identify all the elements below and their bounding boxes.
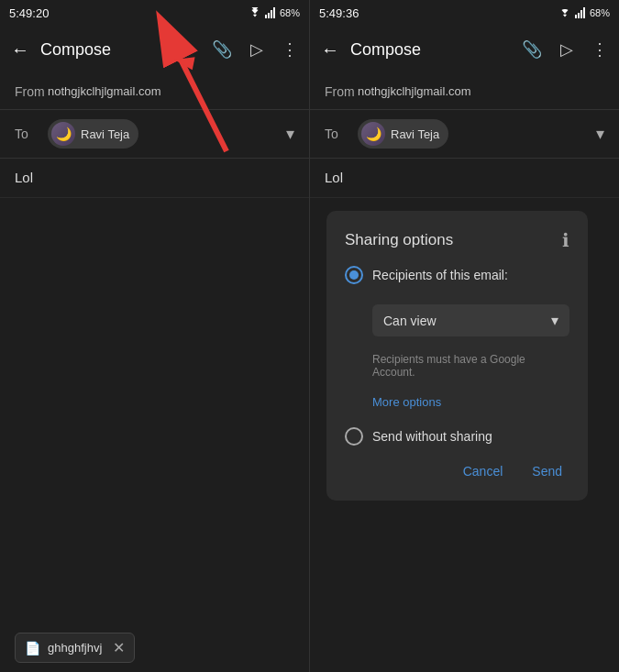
left-back-button[interactable]: ← <box>7 36 33 64</box>
radio-recipients-circle <box>345 266 363 284</box>
right-attach-icon[interactable]: 📎 <box>518 36 546 63</box>
left-recipient-chip[interactable]: 🌙 Ravi Teja <box>48 119 138 149</box>
right-compose-title: Compose <box>350 40 511 60</box>
right-avatar: 🌙 <box>361 122 385 146</box>
right-signal-icon <box>575 7 586 18</box>
hint-text: Recipients must have a Google Account. <box>372 353 569 379</box>
svg-rect-3 <box>273 7 275 18</box>
right-from-row: From nothgjkclhjlgmail.com <box>310 73 619 110</box>
svg-rect-10 <box>583 7 585 18</box>
left-from-label: From <box>15 84 48 99</box>
right-send-icon[interactable]: ▷ <box>557 36 577 63</box>
radio-group: Recipients of this email: Can view ▾ Rec… <box>345 266 569 446</box>
left-subject: Lol <box>15 170 33 185</box>
dialog-title: Sharing options <box>345 231 453 249</box>
signal-icon <box>265 7 276 18</box>
send-button[interactable]: Send <box>525 460 569 482</box>
left-from-email: nothgjkclhjlgmail.com <box>48 84 294 98</box>
right-top-bar: ← Compose 📎 ▷ ⋮ <box>310 26 619 73</box>
left-from-row: From nothgjkclhjlgmail.com <box>0 73 309 110</box>
left-recipient-name: Ravi Teja <box>81 127 129 141</box>
right-more-icon[interactable]: ⋮ <box>588 36 612 63</box>
right-from-label: From <box>325 84 358 99</box>
left-top-bar: ← Compose 📎 ▷ ⋮ <box>0 26 309 73</box>
right-time: 5:49:36 <box>319 6 359 20</box>
svg-rect-0 <box>265 15 267 18</box>
left-more-icon[interactable]: ⋮ <box>278 36 302 63</box>
left-to-label: To <box>15 127 48 141</box>
right-panel: 5:49:36 68% ← Compose 📎 ▷ ⋮ From noth <box>310 0 619 672</box>
dropdown-arrow-icon: ▾ <box>551 312 558 329</box>
wifi-icon <box>249 7 261 18</box>
left-attach-file-icon: 📄 <box>25 641 40 655</box>
right-battery: 68% <box>590 7 610 18</box>
right-subject: Lol <box>325 170 343 185</box>
right-top-icons: 📎 ▷ ⋮ <box>518 36 612 63</box>
left-compose-title: Compose <box>40 40 201 60</box>
left-attach-name: ghhghfjhvj <box>48 641 102 655</box>
svg-rect-7 <box>575 15 577 18</box>
right-recipient-chip[interactable]: 🌙 Ravi Teja <box>358 119 448 149</box>
left-expand-icon[interactable]: ▾ <box>286 124 294 144</box>
left-status-bar: 5:49:20 68% <box>0 0 309 26</box>
left-send-icon[interactable]: ▷ <box>247 36 267 63</box>
radio-recipients-label: Recipients of this email: <box>372 268 508 282</box>
left-to-row[interactable]: To 🌙 Ravi Teja ▾ <box>0 110 309 159</box>
dialog-footer: Cancel Send <box>345 460 569 482</box>
right-status-icons: 68% <box>558 7 610 18</box>
left-status-icons: 68% <box>249 7 300 18</box>
radio-option-no-sharing[interactable]: Send without sharing <box>345 427 569 446</box>
left-attachment-chip[interactable]: 📄 ghhghfjhvj ✕ <box>15 633 135 663</box>
right-from-email: nothgjkclhjlgmail.com <box>358 84 604 98</box>
svg-rect-1 <box>268 13 270 18</box>
more-options-link[interactable]: More options <box>372 395 569 409</box>
cancel-button[interactable]: Cancel <box>456 460 511 482</box>
left-body[interactable] <box>0 198 309 672</box>
radio-no-sharing-label: Send without sharing <box>372 429 492 444</box>
left-top-icons: 📎 ▷ ⋮ <box>208 36 302 63</box>
left-attachment-area: 📄 ghhghfjhvj ✕ <box>0 623 309 672</box>
right-to-label: To <box>325 127 358 141</box>
sharing-dropdown[interactable]: Can view ▾ <box>372 304 569 336</box>
left-battery: 68% <box>280 7 300 18</box>
dialog-header: Sharing options ℹ <box>345 229 569 251</box>
radio-no-sharing-circle <box>345 427 363 446</box>
left-subject-row[interactable]: Lol <box>0 159 309 198</box>
left-panel: 5:49:20 68% ← Compose 📎 ▷ ⋮ <box>0 0 310 672</box>
right-expand-icon[interactable]: ▾ <box>596 124 604 144</box>
svg-rect-2 <box>271 10 272 18</box>
left-avatar-img: 🌙 <box>51 122 75 146</box>
left-avatar: 🌙 <box>51 122 75 146</box>
right-status-bar: 5:49:36 68% <box>310 0 619 26</box>
radio-option-recipients[interactable]: Recipients of this email: <box>345 266 569 284</box>
left-attach-icon[interactable]: 📎 <box>208 36 236 63</box>
left-attach-close[interactable]: ✕ <box>113 639 125 656</box>
right-avatar-img: 🌙 <box>361 122 385 146</box>
right-back-button[interactable]: ← <box>317 36 343 64</box>
svg-rect-9 <box>580 10 582 18</box>
sharing-dialog: Sharing options ℹ Recipients of this ema… <box>326 211 588 501</box>
right-to-row[interactable]: To 🌙 Ravi Teja ▾ <box>310 110 619 159</box>
right-wifi-icon <box>558 7 571 18</box>
dropdown-value: Can view <box>383 314 437 328</box>
right-subject-row[interactable]: Lol <box>310 159 619 198</box>
radio-recipients-dot <box>349 270 359 280</box>
right-recipient-name: Ravi Teja <box>391 127 439 141</box>
info-icon[interactable]: ℹ <box>562 229 569 251</box>
svg-rect-8 <box>578 13 580 18</box>
left-time: 5:49:20 <box>9 6 49 20</box>
